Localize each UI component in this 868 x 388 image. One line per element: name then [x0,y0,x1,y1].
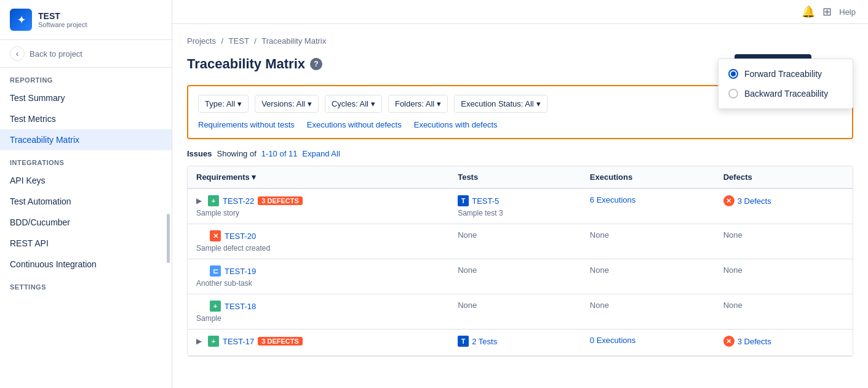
cycles-filter[interactable]: Cycles: All ▾ [325,95,382,113]
expand-icon[interactable]: ▶ [196,337,202,346]
executions-with-defects-link[interactable]: Executions with defects [414,120,498,129]
sidebar-item-rest-api[interactable]: REST API [0,233,172,254]
folders-filter-chevron: ▾ [437,99,441,108]
test-icon: T [458,195,469,206]
executions-none: None [590,301,609,310]
sidebar-item-continuous-integration[interactable]: Continuous Integration [0,254,172,275]
defects-none: None [723,230,743,240]
req-link[interactable]: TEST-18 [225,302,256,311]
table-header-row: Requirements ▾ Tests Executions Defects [188,166,853,188]
req-id-row: ▶ + TEST-17 3 DEFECTS [196,336,440,347]
req-link[interactable]: TEST-19 [225,267,256,276]
execution-status-filter[interactable]: Execution Status: All ▾ [454,95,547,113]
table-row: ⊏ TEST-19 Another sub-task NoneNoneNone [188,259,853,294]
req-link[interactable]: TEST-17 [223,337,254,346]
requirements-cell: ✕ TEST-20 Sample defect created [188,224,449,259]
expand-icon[interactable]: ▶ [196,196,202,205]
grid-icon[interactable]: ⊞ [822,5,832,18]
sidebar-item-test-metrics[interactable]: Test Metrics [0,108,172,129]
req-id-row: ✕ TEST-20 [196,230,440,241]
sidebar-item-test-summary[interactable]: Test Summary [0,87,172,108]
defects-badge: 3 DEFECTS [258,196,303,205]
req-col: ✕ TEST-20 Sample defect created [196,230,440,253]
test-sub-label: Sample test 3 [458,209,573,217]
req-link[interactable]: TEST-20 [225,232,256,241]
test-link[interactable]: 2 Tests [472,337,497,346]
tests-none: None [458,265,477,275]
backward-traceability-label: Backward Traceability [744,89,828,99]
sidebar-item-api-keys[interactable]: API Keys [0,170,172,191]
main-content: 🔔 ⊞ Help Projects / TEST / Traceability … [172,0,868,388]
forward-traceability-option[interactable]: Forward Traceability [719,64,853,84]
table-row: ✕ TEST-20 Sample defect created NoneNone… [188,224,853,259]
breadcrumb-sep1: / [221,36,224,46]
tests-cell: T 2 Tests [449,329,581,356]
notification-icon[interactable]: 🔔 [802,5,815,18]
sidebar-scroll: REPORTING Test Summary Test Metrics Trac… [0,68,172,388]
defects-link[interactable]: 3 Defects [738,337,771,346]
tests-header: Tests [449,166,581,188]
req-link[interactable]: TEST-22 [223,196,254,206]
defects-none: None [723,265,743,275]
subtask-icon: ⊏ [210,265,221,277]
test-id-row: T 2 Tests [458,336,573,347]
sidebar-item-traceability-matrix[interactable]: Traceability Matrix [0,129,172,150]
executions-none: None [590,265,609,275]
requirements-cell: ▶ + TEST-17 3 DEFECTS [188,329,449,356]
executions-link[interactable]: 0 Executions [590,336,635,345]
req-sub-label: Sample [196,314,440,323]
execution-status-chevron: ▾ [536,99,541,108]
cycles-filter-chevron: ▾ [371,99,375,108]
breadcrumb-current: Traceability Matrix [261,36,326,46]
tests-cell: None [449,224,581,259]
requirements-header[interactable]: Requirements ▾ [188,166,449,188]
help-circle-icon[interactable]: ? [310,58,322,70]
filter-links: Requirements without tests Executions wi… [198,120,842,129]
versions-filter-chevron: ▾ [308,99,312,108]
tests-cell: None [449,259,581,294]
defects-cell: None [715,259,853,294]
breadcrumb-test[interactable]: TEST [229,36,249,46]
executions-cell: None [581,259,715,294]
defects-cell: ✕ 3 Defects [715,188,853,224]
defect-icon: ✕ [723,195,735,206]
back-to-project[interactable]: ‹ Back to project [0,40,172,68]
executions-without-defects-link[interactable]: Executions without defects [307,120,402,129]
versions-filter[interactable]: Versions: All ▾ [255,95,319,113]
req-id-row: ▶ + TEST-22 3 DEFECTS [196,195,440,206]
req-col: ▶ + TEST-22 3 DEFECTS Sample story [196,195,440,217]
report-type-dropdown: Forward Traceability Backward Traceabili… [718,59,853,109]
executions-link[interactable]: 6 Executions [590,195,635,204]
req-id-row: + TEST-18 [196,301,440,312]
sidebar-item-bdd-cucumber[interactable]: BDD/Cucumber [0,212,172,233]
scroll-indicator [167,214,170,263]
sidebar-header: ✦ TEST Software project [0,0,172,40]
issues-range[interactable]: 1-10 of 11 [261,149,298,158]
backward-traceability-option[interactable]: Backward Traceability [719,84,853,103]
story-icon: + [208,195,219,206]
folders-filter[interactable]: Folders: All ▾ [388,95,448,113]
back-label: Back to project [30,49,82,59]
defects-cell: None [715,224,853,259]
sidebar-item-test-automation[interactable]: Test Automation [0,191,172,212]
sidebar: ✦ TEST Software project ‹ Back to projec… [0,0,172,388]
defects-link[interactable]: 3 Defects [738,196,771,206]
issues-bar: Issues Showing of 1-10 of 11 Expand All [187,149,853,158]
help-label[interactable]: Help [839,7,856,17]
expand-all-link[interactable]: Expand All [302,149,340,158]
req-sub-label: Another sub-task [196,279,440,288]
executions-cell: 0 Executions [581,329,715,356]
breadcrumb-projects[interactable]: Projects [187,36,216,46]
project-type: Software project [38,21,87,28]
tests-cell: None [449,294,581,329]
requirements-cell: + TEST-18 Sample [188,294,449,329]
test-id-row: T TEST-5 [458,195,573,206]
test-link[interactable]: TEST-5 [472,196,499,206]
tests-none: None [458,301,477,310]
executions-cell: None [581,294,715,329]
req-sub-label: Sample defect created [196,244,440,253]
requirements-without-tests-link[interactable]: Requirements without tests [198,120,295,129]
type-filter[interactable]: Type: All ▾ [198,95,249,113]
tests-cell: T TEST-5 Sample test 3 [449,188,581,224]
test-col: T TEST-5 Sample test 3 [458,195,573,217]
